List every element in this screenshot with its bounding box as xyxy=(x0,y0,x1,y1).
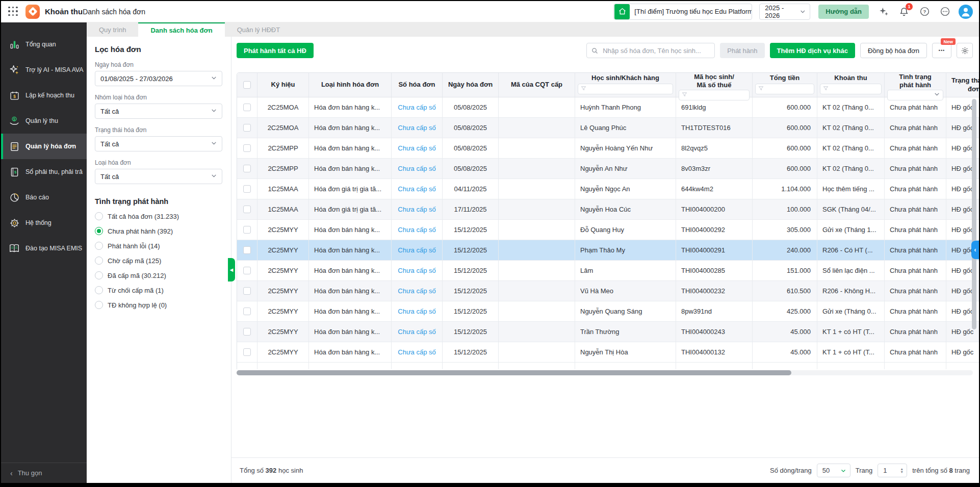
page-stepper[interactable]: ▲▼ xyxy=(900,468,904,474)
chevron-down-icon xyxy=(800,8,806,15)
vertical-scrollbar-thumb[interactable] xyxy=(972,99,976,329)
cell-value-link[interactable]: Chưa cấp số xyxy=(398,165,435,172)
row-checkbox[interactable] xyxy=(243,165,251,172)
cell-value-link[interactable]: Chưa cấp số xyxy=(398,267,435,274)
app-grid-icon[interactable] xyxy=(8,7,18,17)
row-checkbox[interactable] xyxy=(243,144,251,152)
issue-status-option-7[interactable]: TĐ không hợp lệ (0) xyxy=(95,301,231,309)
row-checkbox[interactable] xyxy=(243,185,251,193)
sidebar-item-calendar-money[interactable]: $Lập kế hoạch thu xyxy=(1,83,87,108)
side-panel-expand-handle[interactable]: ‹ xyxy=(971,241,979,259)
row-checkbox[interactable] xyxy=(243,267,251,274)
filter-field-select-4[interactable]: Tất cả xyxy=(95,169,222,184)
table-row[interactable]: 2C25MPPHóa đơn bán hàng k...Chưa cấp số0… xyxy=(237,159,979,179)
tab-3[interactable]: Quản lý HĐĐT xyxy=(225,22,293,37)
school-year-select[interactable]: 2025 - 2026 xyxy=(759,4,810,20)
app-logo-icon[interactable] xyxy=(25,5,40,19)
table-row[interactable]: 1C25MAAHóa đơn giá trị gia tă...Chưa cấp… xyxy=(237,179,979,199)
row-checkbox[interactable] xyxy=(243,287,251,295)
table-row[interactable]: 2C25MYYHóa đơn bán hàng k...Chưa cấp số1… xyxy=(237,281,979,301)
rows-per-page-select[interactable]: 50 xyxy=(817,464,850,477)
sidebar-item-pie-chart[interactable]: Báo cáo xyxy=(1,185,87,210)
cell-value-link[interactable]: Chưa cấp số xyxy=(398,287,435,295)
help-icon[interactable]: ? xyxy=(918,5,931,18)
sidebar-item-bar-chart[interactable]: Tổng quan xyxy=(1,32,87,57)
cell-value-link[interactable]: Chưa cấp số xyxy=(398,328,435,336)
notifications-bell-icon[interactable]: 1 xyxy=(897,5,911,18)
cell-value-link[interactable]: Chưa cấp số xyxy=(398,206,435,213)
sidebar-item-hand-coin[interactable]: $Quản lý thu xyxy=(1,108,87,134)
sidebar-item-open-book[interactable]: Đào tạo MISA EMIS xyxy=(1,236,87,261)
table-row[interactable]: 2C25MYYHóa đơn bán hàng k...Chưa cấp số1… xyxy=(237,322,979,342)
user-avatar[interactable] xyxy=(959,5,973,19)
cell-value-link[interactable]: Chưa cấp số xyxy=(398,246,435,254)
horizontal-scrollbar[interactable] xyxy=(237,370,973,375)
issue-status-option-4[interactable]: Chờ cấp mã (125) xyxy=(95,257,231,265)
cell-value-link[interactable]: Chưa cấp số xyxy=(398,226,435,234)
cell-value-link[interactable]: Chưa cấp số xyxy=(398,124,435,132)
row-checkbox[interactable] xyxy=(243,206,251,213)
table-row[interactable]: 2C25MYYHóa đơn bán hàng k...Chưa cấp số1… xyxy=(237,261,979,281)
cell-value-link[interactable]: Chưa cấp số xyxy=(398,144,435,152)
issue-status-option-6[interactable]: Từ chối cấp mã (1) xyxy=(95,286,231,294)
school-selector[interactable]: [Thí điểm] Trường tiểu học Edu Platform … xyxy=(613,4,752,20)
issue-status-option-3[interactable]: Phát hành lỗi (14) xyxy=(95,242,231,250)
add-service-invoice-button[interactable]: Thêm HĐ dịch vụ khác xyxy=(770,43,855,58)
sidebar-item-ledger[interactable]: $Sổ phải thu, phải trả xyxy=(1,159,87,185)
row-checkbox[interactable] xyxy=(243,307,251,315)
cell-value-link[interactable]: Chưa cấp số xyxy=(398,307,435,315)
row-checkbox[interactable] xyxy=(243,246,251,254)
table-row[interactable]: 2C25MYYHóa đơn bán hàng k...Chưa cấp số1… xyxy=(237,220,979,240)
more-actions-button[interactable]: ••• New xyxy=(932,43,951,58)
table-settings-button[interactable] xyxy=(957,43,973,58)
column-filter-input[interactable] xyxy=(755,84,814,94)
select-all-checkbox[interactable] xyxy=(243,81,251,89)
issue-status-option-2[interactable]: Chưa phát hành (392) xyxy=(95,227,231,235)
cell-trang_thai xyxy=(946,363,979,369)
search-input[interactable] xyxy=(602,46,710,55)
sidebar-collapse-button[interactable]: ‹ Thu gọn xyxy=(1,463,87,483)
row-checkbox[interactable] xyxy=(243,104,251,111)
issue-status-option-1[interactable]: Tất cả hóa đơn (31.233) xyxy=(95,212,231,220)
tab-1[interactable]: Quy trình xyxy=(87,22,138,37)
sidebar-item-gear[interactable]: Hệ thống xyxy=(1,210,87,236)
home-icon[interactable] xyxy=(614,4,630,19)
guide-button[interactable]: Hướng dẫn xyxy=(818,5,869,19)
filter-collapse-handle[interactable]: ◄ xyxy=(228,258,235,281)
sidebar-item-ai-sparkle[interactable]: Trợ lý AI - MISA AVA xyxy=(1,57,87,83)
filter-field-select-3[interactable]: Tất cả xyxy=(95,136,222,151)
issue-button[interactable]: Phát hành xyxy=(720,43,764,58)
filter-field-select-1[interactable]: 01/08/2025 - 27/03/2026 xyxy=(95,71,222,86)
page-number-input[interactable]: 1 ▲▼ xyxy=(878,464,907,477)
more-options-icon[interactable] xyxy=(938,5,951,18)
table-row[interactable]: 2C25MYYHóa đơn bán hàng k...Chưa cấp số1… xyxy=(237,240,979,261)
school-name-input[interactable]: [Thí điểm] Trường tiểu học Edu Platform … xyxy=(630,8,752,15)
table-row[interactable]: 2C25MYYHóa đơn bán hàng k...Chưa cấp số1… xyxy=(237,301,979,322)
horizontal-scrollbar-thumb[interactable] xyxy=(237,370,791,375)
issue-status-option-5[interactable]: Đã cấp mã (30.212) xyxy=(95,271,231,279)
row-checkbox[interactable] xyxy=(243,328,251,336)
table-row[interactable]: 2C25MOAHóa đơn bán hàng k...Chưa cấp số0… xyxy=(237,97,979,118)
sidebar-item-invoice[interactable]: Quản lý hóa đơn xyxy=(1,134,87,159)
row-checkbox[interactable] xyxy=(243,124,251,132)
cell-value-link[interactable]: Chưa cấp số xyxy=(398,185,435,193)
ai-features-icon[interactable] xyxy=(877,5,890,18)
issue-all-button[interactable]: Phát hành tất cả HĐ xyxy=(237,43,314,58)
filter-field-select-2[interactable]: Tất cả xyxy=(95,104,222,119)
column-filter-input[interactable] xyxy=(820,84,882,94)
cell-check xyxy=(237,281,257,301)
column-header-tong_tien: Tổng tiền xyxy=(753,73,817,97)
cell-loai_hinh: Hóa đơn bán hàng k... xyxy=(309,159,392,178)
column-filter-input[interactable] xyxy=(578,84,673,94)
row-checkbox[interactable] xyxy=(243,348,251,356)
search-box[interactable] xyxy=(586,43,715,58)
row-checkbox[interactable] xyxy=(243,226,251,234)
table-row[interactable]: 2C25MPPHóa đơn bán hàng k...Chưa cấp số0… xyxy=(237,138,979,159)
cell-value-link[interactable]: Chưa cấp số xyxy=(398,348,435,356)
table-row[interactable]: 1C25MAAHóa đơn giá trị gia tă...Chưa cấp… xyxy=(237,199,979,220)
sync-invoices-button[interactable]: Đồng bộ hóa đơn xyxy=(860,43,927,58)
tab-2[interactable]: Danh sách hóa đơn xyxy=(138,22,224,37)
table-row[interactable]: 2C25MYYHóa đơn bán hàng k...Chưa cấp số1… xyxy=(237,342,979,363)
cell-value-link[interactable]: Chưa cấp số xyxy=(398,104,435,111)
table-row[interactable]: 2C25MOAHóa đơn bán hàng k...Chưa cấp số0… xyxy=(237,118,979,138)
